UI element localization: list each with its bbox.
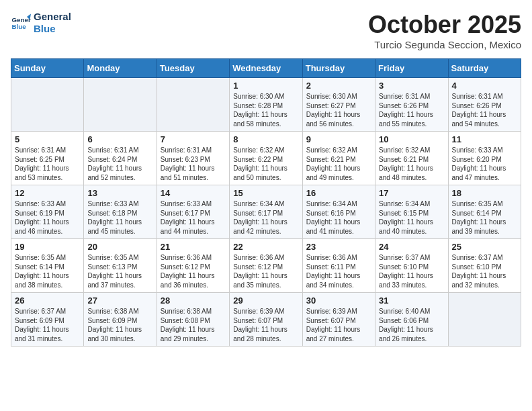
day-cell: 19Sunrise: 6:35 AM Sunset: 6:14 PM Dayli… (11, 239, 84, 293)
col-monday: Monday (84, 59, 157, 78)
day-cell: 28Sunrise: 6:38 AM Sunset: 6:08 PM Dayli… (157, 293, 229, 347)
day-content: Sunrise: 6:39 AM Sunset: 6:07 PM Dayligh… (306, 307, 371, 343)
day-number: 2 (306, 81, 371, 91)
day-cell: 31Sunrise: 6:40 AM Sunset: 6:06 PM Dayli… (375, 293, 448, 347)
day-cell (84, 78, 157, 132)
day-content: Sunrise: 6:37 AM Sunset: 6:09 PM Dayligh… (15, 307, 80, 343)
day-cell: 22Sunrise: 6:36 AM Sunset: 6:12 PM Dayli… (230, 239, 302, 293)
day-cell: 4Sunrise: 6:31 AM Sunset: 6:26 PM Daylig… (448, 78, 521, 132)
day-number: 11 (452, 134, 517, 144)
day-cell: 20Sunrise: 6:35 AM Sunset: 6:13 PM Dayli… (84, 239, 157, 293)
day-cell: 6Sunrise: 6:31 AM Sunset: 6:24 PM Daylig… (84, 132, 157, 185)
day-cell: 27Sunrise: 6:38 AM Sunset: 6:09 PM Dayli… (84, 293, 157, 347)
day-cell: 24Sunrise: 6:37 AM Sunset: 6:10 PM Dayli… (375, 239, 448, 293)
day-number: 3 (379, 81, 444, 91)
day-content: Sunrise: 6:33 AM Sunset: 6:20 PM Dayligh… (452, 146, 517, 182)
day-content: Sunrise: 6:35 AM Sunset: 6:14 PM Dayligh… (15, 253, 80, 289)
day-cell: 30Sunrise: 6:39 AM Sunset: 6:07 PM Dayli… (302, 293, 375, 347)
calendar-header: Sunday Monday Tuesday Wednesday Thursday… (11, 59, 521, 78)
day-content: Sunrise: 6:36 AM Sunset: 6:11 PM Dayligh… (306, 253, 371, 289)
day-cell: 9Sunrise: 6:32 AM Sunset: 6:21 PM Daylig… (302, 132, 375, 185)
calendar-table: Sunday Monday Tuesday Wednesday Thursday… (11, 58, 521, 347)
day-number: 19 (15, 242, 80, 252)
day-cell: 11Sunrise: 6:33 AM Sunset: 6:20 PM Dayli… (448, 132, 521, 185)
day-cell: 16Sunrise: 6:34 AM Sunset: 6:16 PM Dayli… (302, 185, 375, 239)
day-number: 15 (233, 188, 298, 198)
day-number: 20 (87, 242, 152, 252)
day-content: Sunrise: 6:32 AM Sunset: 6:22 PM Dayligh… (233, 146, 298, 182)
page-header: General Blue General Blue General Blue O… (11, 11, 521, 50)
week-row-0: 1Sunrise: 6:30 AM Sunset: 6:28 PM Daylig… (11, 78, 521, 132)
day-number: 31 (379, 295, 444, 306)
day-content: Sunrise: 6:40 AM Sunset: 6:06 PM Dayligh… (379, 307, 444, 343)
day-cell: 25Sunrise: 6:37 AM Sunset: 6:10 PM Dayli… (448, 239, 521, 293)
logo-icon: General Blue (11, 13, 31, 33)
day-cell: 17Sunrise: 6:34 AM Sunset: 6:15 PM Dayli… (375, 185, 448, 239)
calendar-body: 1Sunrise: 6:30 AM Sunset: 6:28 PM Daylig… (11, 78, 521, 347)
day-cell: 5Sunrise: 6:31 AM Sunset: 6:25 PM Daylig… (11, 132, 84, 185)
day-number: 28 (161, 295, 226, 306)
day-number: 25 (452, 242, 517, 252)
day-number: 9 (306, 134, 371, 144)
day-content: Sunrise: 6:31 AM Sunset: 6:25 PM Dayligh… (15, 146, 80, 182)
week-row-1: 5Sunrise: 6:31 AM Sunset: 6:25 PM Daylig… (11, 132, 521, 185)
header-row: Sunday Monday Tuesday Wednesday Thursday… (11, 59, 521, 78)
day-content: Sunrise: 6:38 AM Sunset: 6:09 PM Dayligh… (87, 307, 152, 343)
day-cell: 18Sunrise: 6:35 AM Sunset: 6:14 PM Dayli… (448, 185, 521, 239)
day-content: Sunrise: 6:31 AM Sunset: 6:24 PM Dayligh… (87, 146, 152, 182)
col-sunday: Sunday (11, 59, 84, 78)
day-cell: 1Sunrise: 6:30 AM Sunset: 6:28 PM Daylig… (230, 78, 302, 132)
week-row-4: 26Sunrise: 6:37 AM Sunset: 6:09 PM Dayli… (11, 293, 521, 347)
day-cell: 13Sunrise: 6:33 AM Sunset: 6:18 PM Dayli… (84, 185, 157, 239)
location-title: Turcio Segunda Seccion, Mexico (368, 39, 521, 50)
day-content: Sunrise: 6:36 AM Sunset: 6:12 PM Dayligh… (161, 253, 226, 289)
day-number: 17 (379, 188, 444, 198)
logo-text-line2: Blue (34, 23, 71, 35)
day-content: Sunrise: 6:39 AM Sunset: 6:07 PM Dayligh… (233, 307, 298, 343)
day-number: 7 (161, 134, 226, 144)
day-content: Sunrise: 6:34 AM Sunset: 6:17 PM Dayligh… (233, 199, 298, 236)
day-cell: 14Sunrise: 6:33 AM Sunset: 6:17 PM Dayli… (157, 185, 229, 239)
day-content: Sunrise: 6:37 AM Sunset: 6:10 PM Dayligh… (379, 253, 444, 289)
day-content: Sunrise: 6:30 AM Sunset: 6:27 PM Dayligh… (306, 92, 371, 128)
day-content: Sunrise: 6:31 AM Sunset: 6:26 PM Dayligh… (452, 92, 517, 128)
day-content: Sunrise: 6:38 AM Sunset: 6:08 PM Dayligh… (161, 307, 226, 343)
day-cell: 12Sunrise: 6:33 AM Sunset: 6:19 PM Dayli… (11, 185, 84, 239)
day-cell: 26Sunrise: 6:37 AM Sunset: 6:09 PM Dayli… (11, 293, 84, 347)
col-saturday: Saturday (448, 59, 521, 78)
logo: General Blue General Blue General Blue (11, 11, 71, 35)
month-title: October 2025 (368, 11, 521, 39)
day-number: 27 (87, 295, 152, 306)
day-content: Sunrise: 6:32 AM Sunset: 6:21 PM Dayligh… (306, 146, 371, 182)
col-friday: Friday (375, 59, 448, 78)
day-content: Sunrise: 6:34 AM Sunset: 6:15 PM Dayligh… (379, 199, 444, 236)
day-number: 26 (15, 295, 80, 306)
day-number: 14 (161, 188, 226, 198)
day-number: 1 (233, 81, 298, 91)
day-cell (157, 78, 229, 132)
col-wednesday: Wednesday (230, 59, 302, 78)
day-content: Sunrise: 6:33 AM Sunset: 6:18 PM Dayligh… (87, 199, 152, 236)
day-content: Sunrise: 6:35 AM Sunset: 6:13 PM Dayligh… (87, 253, 152, 289)
day-cell (448, 293, 521, 347)
day-number: 24 (379, 242, 444, 252)
day-number: 10 (379, 134, 444, 144)
week-row-2: 12Sunrise: 6:33 AM Sunset: 6:19 PM Dayli… (11, 185, 521, 239)
day-content: Sunrise: 6:33 AM Sunset: 6:17 PM Dayligh… (161, 199, 226, 236)
day-content: Sunrise: 6:31 AM Sunset: 6:23 PM Dayligh… (161, 146, 226, 182)
day-cell (11, 78, 84, 132)
day-number: 8 (233, 134, 298, 144)
day-cell: 10Sunrise: 6:32 AM Sunset: 6:21 PM Dayli… (375, 132, 448, 185)
day-cell: 23Sunrise: 6:36 AM Sunset: 6:11 PM Dayli… (302, 239, 375, 293)
logo-text-line1: General (34, 11, 71, 23)
day-cell: 21Sunrise: 6:36 AM Sunset: 6:12 PM Dayli… (157, 239, 229, 293)
day-cell: 3Sunrise: 6:31 AM Sunset: 6:26 PM Daylig… (375, 78, 448, 132)
day-number: 29 (233, 295, 298, 306)
day-cell: 7Sunrise: 6:31 AM Sunset: 6:23 PM Daylig… (157, 132, 229, 185)
day-number: 12 (15, 188, 80, 198)
day-cell: 15Sunrise: 6:34 AM Sunset: 6:17 PM Dayli… (230, 185, 302, 239)
day-number: 18 (452, 188, 517, 198)
day-number: 6 (87, 134, 152, 144)
day-content: Sunrise: 6:34 AM Sunset: 6:16 PM Dayligh… (306, 199, 371, 236)
day-content: Sunrise: 6:35 AM Sunset: 6:14 PM Dayligh… (452, 199, 517, 236)
